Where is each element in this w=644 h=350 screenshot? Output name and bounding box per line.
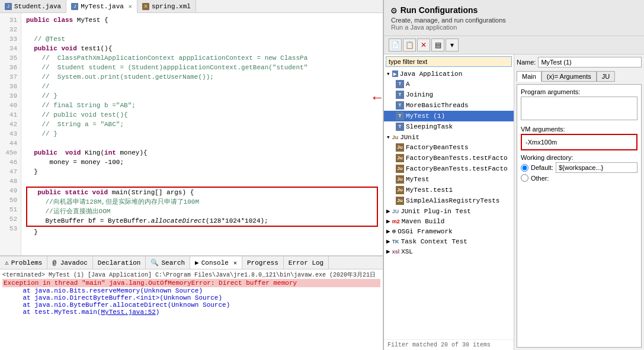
tree-group-xsl-header[interactable]: ▶ xsl XSL — [384, 246, 514, 256]
tree-item-factorybeantests-testfacto-2[interactable]: Ju FactoryBeanTests.testFacto — [384, 163, 514, 174]
config-body: ▾ ▶ Java Application T A T Joining — [384, 54, 644, 350]
tree-group-java-application-header[interactable]: ▾ ▶ Java Application — [384, 69, 514, 79]
tree-group-osgi: ▶ ⊕ OSGi Framework — [384, 226, 514, 236]
junit-plugin-prefix-icon: JU — [392, 208, 399, 214]
tab-student-java[interactable]: J Student.java — [0, 0, 66, 12]
red-arrow-1: ← — [373, 90, 382, 106]
tree-item-mytest-test1[interactable]: Ju MyTest.test1 — [384, 185, 514, 195]
java-item-icon: T — [396, 123, 404, 131]
run-config-icon: ⚙ — [391, 5, 397, 17]
tree-item-joining[interactable]: T Joining — [384, 89, 514, 100]
other-radio[interactable] — [521, 174, 528, 182]
code-line-35: // ClassPathXmlApplicationContext apppli… — [26, 53, 378, 63]
tree-group-maven-header[interactable]: ▶ m2 Maven Build — [384, 216, 514, 226]
tab-console[interactable]: ▶ Console ✕ — [190, 256, 242, 269]
vm-args-input[interactable] — [524, 137, 634, 147]
tree-search-input[interactable] — [386, 56, 512, 67]
form-tab-junit[interactable]: JU — [597, 71, 615, 82]
tree-group-junit-plugin-header[interactable]: ▶ JU JUnit Plug-in Test — [384, 206, 514, 216]
new-config-button[interactable]: 📄 — [389, 38, 402, 52]
tree-group-maven: ▶ m2 Maven Build — [384, 216, 514, 226]
code-line-52: ByteBuffer bf = ByteBuffer.allocateDirec… — [30, 216, 374, 226]
error-log-label: Error Log — [289, 259, 323, 266]
tab-error-log[interactable]: Error Log — [284, 256, 329, 269]
code-line-44 — [26, 139, 378, 148]
default-workdir-input[interactable] — [556, 162, 637, 173]
java-item-icon: T — [396, 80, 404, 88]
form-tab-main[interactable]: Main — [517, 71, 542, 82]
junit-prefix-icon: Ju — [392, 134, 399, 140]
group-label: JUnit Plug-in Test — [401, 208, 471, 215]
code-line-43: // } — [26, 129, 378, 139]
name-input[interactable] — [538, 57, 642, 68]
osgi-prefix-icon: ⊕ — [392, 227, 396, 235]
default-radio[interactable] — [521, 164, 528, 172]
chevron-right-icon: ▶ — [386, 217, 390, 225]
junit-item-icon: Ju — [396, 175, 404, 184]
other-radio-label: Other: — [531, 175, 549, 182]
tree-group-task-context-header[interactable]: ▶ TK Task Context Test — [384, 236, 514, 246]
code-line-37: // System.out.print(student.getUserName(… — [26, 72, 378, 82]
bottom-tab-bar: ⚠ Problems @ Javadoc Declaration 🔍 Searc… — [0, 256, 383, 269]
chevron-right-icon: ▶ — [386, 248, 390, 255]
tree-item-mytest-ju[interactable]: Ju MyTest — [384, 174, 514, 185]
tab-mytest-java[interactable]: J MyTest.java ✕ — [66, 0, 137, 13]
config-form: Name: Main (x)= Arguments JU Program arg… — [514, 54, 644, 350]
code-line-47: } — [26, 167, 378, 176]
java-app-icon: ▶ — [392, 70, 398, 77]
config-subtitle: Create, manage, and run configurations — [391, 17, 637, 24]
tree-item-label: SleepingTask — [406, 123, 453, 130]
junit-item-icon: Ju — [396, 197, 404, 205]
program-args-input[interactable] — [521, 97, 637, 120]
vm-args-box — [521, 134, 637, 150]
tree-item-morebasicthreads[interactable]: T MoreBasicThreads — [384, 100, 514, 111]
tree-item-sleepingtask[interactable]: T SleepingTask — [384, 121, 514, 132]
run-configurations-dialog: ⚙ Run Configurations Create, manage, and… — [383, 0, 644, 350]
stack-trace-link[interactable]: MyTest.java:52 — [101, 309, 155, 316]
java-file-icon: J — [71, 3, 78, 10]
config-header: ⚙ Run Configurations Create, manage, and… — [384, 0, 644, 36]
tree-item-factorybeantests[interactable]: Ju FactoryBeanTests — [384, 142, 514, 153]
tab-search[interactable]: 🔍 Search — [146, 256, 190, 269]
tree-item-mytest[interactable]: T MyTest (1) — [384, 111, 514, 121]
tab-label: MyTest.java — [81, 3, 124, 10]
code-line-46: money = money -100; — [26, 158, 378, 167]
tree-item-label: FactoryBeanTests — [406, 144, 469, 151]
delete-config-button[interactable]: ✕ — [417, 38, 430, 52]
tab-spring-xml[interactable]: X spring.xml — [137, 0, 196, 12]
form-tabs: Main (x)= Arguments JU — [517, 71, 642, 82]
chevron-right-icon: ▶ — [386, 237, 390, 245]
tree-group-junit-header[interactable]: ▾ Ju JUnit — [384, 132, 514, 142]
more-button[interactable]: ▾ — [446, 38, 459, 52]
editor-tab-bar: J Student.java J MyTest.java ✕ X spring.… — [0, 0, 383, 13]
tree-item-simplealiasregistrytests[interactable]: Ju SimpleAliasRegistryTests — [384, 195, 514, 206]
code-line-41: // public void test(){ — [26, 110, 378, 120]
junit-item-icon: Ju — [396, 143, 404, 152]
junit-item-icon: Ju — [396, 154, 404, 162]
config-name-row: Name: — [517, 57, 642, 68]
code-line-34: public void test1(){ — [26, 44, 378, 53]
search-label: Search — [161, 259, 185, 266]
stack-trace-2: at java.nio.DirectByteBuffer.<init>(Unkn… — [2, 294, 380, 301]
tab-declaration[interactable]: Declaration — [93, 256, 146, 269]
tree-group-osgi-header[interactable]: ▶ ⊕ OSGi Framework — [384, 226, 514, 236]
code-lines[interactable]: public class MyTest { // @Test public vo… — [21, 13, 383, 255]
close-icon[interactable]: ✕ — [129, 3, 132, 10]
tree-item-label: MyTest.test1 — [406, 187, 453, 194]
bottom-panel: ⚠ Problems @ Javadoc Declaration 🔍 Searc… — [0, 255, 383, 350]
chevron-right-icon: ▶ — [386, 207, 390, 215]
tree-group-xsl: ▶ xsl XSL — [384, 246, 514, 256]
tab-problems[interactable]: ⚠ Problems — [0, 256, 47, 269]
tree-item-factorybeantests-testfacto-1[interactable]: Ju FactoryBeanTests.testFacto — [384, 153, 514, 163]
other-radio-row: Other: — [521, 174, 637, 182]
code-line-51: //运行会直接抛出OOM — [30, 207, 374, 216]
tab-javadoc[interactable]: @ Javadoc — [47, 256, 92, 269]
form-tab-arguments[interactable]: (x)= Arguments — [542, 71, 597, 82]
copy-config-button[interactable]: 📋 — [403, 38, 416, 52]
tree-group-task-context: ▶ TK Task Context Test — [384, 236, 514, 246]
tree-item-a[interactable]: T A — [384, 79, 514, 89]
chevron-right-icon: ▶ — [386, 227, 390, 235]
filter-button[interactable]: ▤ — [431, 38, 444, 52]
tab-progress[interactable]: Progress — [242, 256, 284, 269]
close-console-icon[interactable]: ✕ — [233, 259, 237, 266]
